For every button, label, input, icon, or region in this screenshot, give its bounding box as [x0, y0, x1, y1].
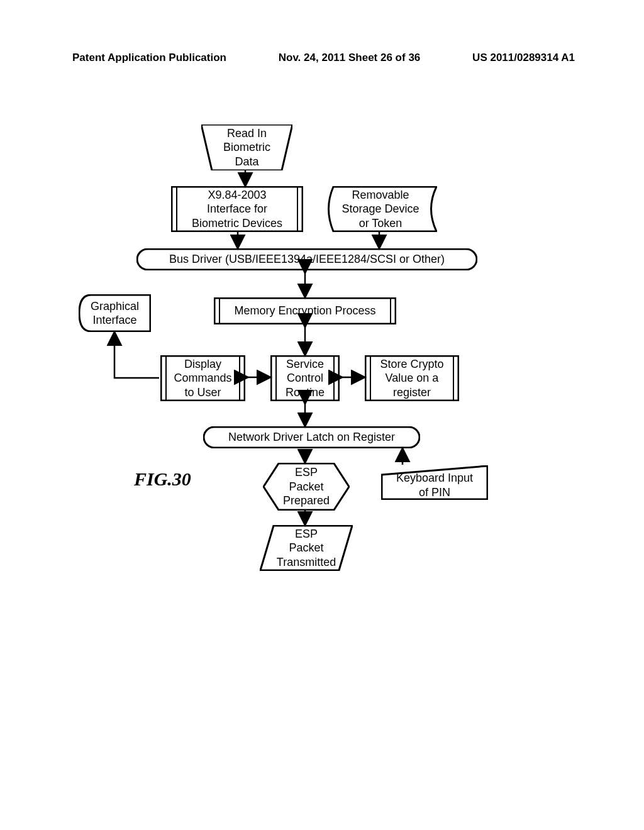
- node-bus-driver: Bus Driver (USB/IEEE1394a/IEEE1284/SCSI …: [136, 248, 477, 270]
- page-header: Patent Application Publication Nov. 24, …: [72, 52, 575, 64]
- node-memory-encryption: Memory Encryption Process: [214, 297, 396, 324]
- node-graphical-interface: Graphical Interface: [79, 294, 151, 332]
- node-x984-interface: X9.84-2003 Interface for Biometric Devic…: [171, 186, 303, 232]
- node-store-crypto: Store Crypto Value on a register: [365, 355, 459, 401]
- header-right: US 2011/0289314 A1: [472, 52, 575, 64]
- header-center: Nov. 24, 2011 Sheet 26 of 36: [279, 52, 421, 64]
- node-network-driver: Network Driver Latch on Register: [203, 426, 420, 448]
- flowchart-canvas: Read In Biometric Data X9.84-2003 Interf…: [0, 113, 644, 679]
- node-display-commands: Display Commands to User: [160, 355, 245, 401]
- header-left: Patent Application Publication: [72, 52, 226, 64]
- node-removable-storage: Removable Storage Device or Token: [324, 186, 437, 232]
- node-keyboard-input: Keyboard Input of PIN: [381, 465, 488, 500]
